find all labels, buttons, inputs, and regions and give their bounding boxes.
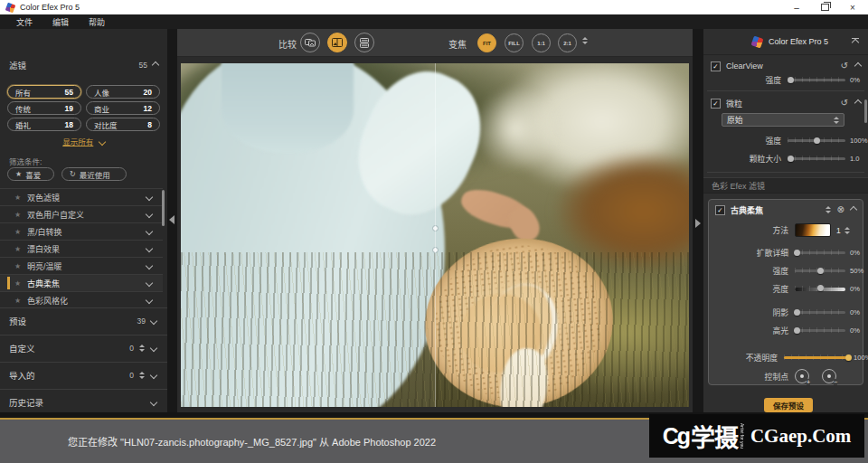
compare-split-line[interactable]: [435, 63, 436, 407]
chevron-up-icon[interactable]: [854, 62, 862, 70]
star-icon[interactable]: ★: [14, 297, 27, 305]
filter-strength-slider[interactable]: [795, 269, 845, 272]
filter-item-bicolor[interactable]: ★ 双色滤镜: [0, 189, 163, 206]
menu-edit[interactable]: 编辑: [49, 16, 72, 28]
remove-control-point-button[interactable]: −: [822, 369, 836, 383]
filter-item-color-stylizer[interactable]: ★ 色彩风格化: [0, 292, 163, 307]
method-stepper-icon[interactable]: [844, 227, 850, 234]
strength-value: 50%: [845, 267, 863, 275]
compare-side-by-side-button[interactable]: [300, 33, 320, 52]
grain-strength-slider[interactable]: [788, 139, 845, 142]
category-wedding-button[interactable]: 婚礼 18: [7, 118, 81, 131]
category-all-button[interactable]: 所有 55: [7, 85, 81, 99]
right-collapse-strip: [693, 29, 703, 412]
reset-icon[interactable]: ↺: [841, 99, 848, 108]
category-count: 12: [144, 104, 152, 113]
star-icon[interactable]: ★: [14, 211, 27, 219]
remove-filter-icon[interactable]: ⊗: [837, 205, 844, 214]
compare-stacked-button[interactable]: [354, 33, 374, 52]
favorites-filter-button[interactable]: ★ 喜爱: [7, 167, 54, 181]
chevron-up-icon[interactable]: [850, 206, 857, 213]
add-control-point-button[interactable]: +: [795, 369, 809, 383]
filter-item-label: 古典柔焦: [27, 278, 60, 289]
title-bar: Color Efex Pro 5 – ×: [0, 0, 868, 14]
filter-item-bw-conversion[interactable]: ★ 黑/白转换: [0, 223, 163, 241]
filter-item-classical-soft-focus[interactable]: ★ 古典柔焦: [0, 275, 163, 292]
minimize-button[interactable]: –: [783, 0, 810, 14]
zoom-fit-button[interactable]: FIT: [477, 33, 496, 52]
star-icon[interactable]: ★: [14, 228, 27, 236]
custom-label: 自定义: [9, 342, 35, 354]
filter-item-bleach-bypass[interactable]: ★ 漂白效果: [0, 241, 163, 258]
zoom-stepper-icon[interactable]: [582, 37, 588, 44]
shadows-slider[interactable]: [795, 311, 845, 314]
reset-icon[interactable]: ↺: [841, 61, 848, 71]
filters-header[interactable]: 滤镜 55: [0, 58, 167, 72]
opacity-slider[interactable]: [784, 356, 849, 359]
restore-button[interactable]: [811, 0, 838, 14]
preview-toolbar: 比较 变焦 FIT FILL 1:1: [177, 29, 693, 57]
star-icon[interactable]: ★: [14, 262, 27, 270]
collapse-all-icon[interactable]: [852, 38, 859, 45]
zoom-fill-button[interactable]: FILL: [505, 33, 524, 52]
collapse-right-panel-handle[interactable]: [695, 219, 701, 228]
app-logo-icon: [5, 2, 16, 13]
opacity-label: 不透明度: [709, 352, 784, 364]
brightness-slider[interactable]: [795, 288, 845, 291]
image-preview[interactable]: [181, 63, 689, 407]
clearview-strength-slider[interactable]: [788, 79, 845, 81]
chevron-down-icon: [146, 194, 153, 201]
star-icon[interactable]: ★: [14, 245, 27, 253]
show-all-link[interactable]: 显示所有: [0, 136, 167, 146]
highlights-slider[interactable]: [795, 329, 845, 332]
filter-reorder-stepper-icon[interactable]: [826, 206, 831, 213]
method-value: 1: [836, 226, 841, 235]
close-button[interactable]: ×: [839, 0, 866, 14]
menu-help[interactable]: 帮助: [85, 16, 108, 28]
category-classic-button[interactable]: 传统 19: [7, 101, 81, 115]
category-count: 20: [144, 88, 152, 97]
highlights-value: 0%: [845, 326, 860, 335]
category-portrait-button[interactable]: 人像 20: [86, 85, 160, 99]
star-icon[interactable]: ★: [14, 194, 27, 202]
stepper-icon[interactable]: [139, 372, 145, 379]
grain-preset-dropdown[interactable]: 原始: [722, 113, 844, 127]
filter-item-bicolor-custom[interactable]: ★ 双色用户自定义: [0, 206, 163, 223]
star-icon: ★: [15, 170, 22, 178]
presets-section-header[interactable]: 预设 39: [0, 307, 167, 333]
chevron-down-icon: [146, 228, 153, 235]
grain-checkbox[interactable]: ✓: [711, 99, 721, 109]
chevron-up-icon[interactable]: [854, 99, 862, 107]
plus-icon: +: [807, 379, 810, 385]
control-points-row: 控制点 + −: [709, 368, 863, 384]
grain-size-row: 颗粒大小 1.0: [703, 153, 868, 165]
zoom-2-1-button[interactable]: 2:1: [558, 33, 577, 52]
collapse-left-panel-handle[interactable]: [169, 215, 175, 224]
filter-list-scrollbar[interactable]: [162, 190, 165, 226]
method-preview-thumbnail[interactable]: [795, 223, 831, 237]
history-section-header[interactable]: 历史记录: [0, 389, 167, 414]
compare-split-button[interactable]: [327, 33, 347, 52]
right-panel-scrollbar[interactable]: [864, 99, 867, 123]
menu-file[interactable]: 文件: [13, 16, 36, 28]
imported-section-header[interactable]: 导入的 0: [0, 362, 167, 387]
clearview-checkbox[interactable]: ✓: [711, 61, 721, 71]
highlights-row: 高光 0%: [709, 325, 863, 336]
strength-value: 0%: [845, 76, 860, 84]
custom-section-header[interactable]: 自定义 0: [0, 335, 167, 360]
diffuse-detail-slider[interactable]: [795, 251, 845, 254]
category-contrast-button[interactable]: 对比度 8: [86, 118, 160, 131]
filter-enabled-checkbox[interactable]: ✓: [715, 205, 725, 215]
grain-size-label: 颗粒大小: [703, 153, 788, 165]
grain-size-slider[interactable]: [788, 157, 845, 160]
stepper-icon: [834, 117, 839, 124]
zoom-1-1-button[interactable]: 1:1: [532, 33, 551, 52]
star-icon[interactable]: ★: [14, 279, 27, 288]
filters-header-label: 滤镜: [9, 59, 26, 71]
recent-filter-button[interactable]: ↻ 最近使用: [61, 167, 127, 181]
stepper-icon[interactable]: [139, 345, 145, 352]
category-commercial-button[interactable]: 商业 12: [86, 101, 160, 115]
classical-soft-focus-block: ✓ 古典柔焦 ⊗ 方法 1 扩散详细 0% 强度 50% 亮度: [708, 199, 863, 385]
save-preset-button[interactable]: 保存预设: [764, 398, 813, 412]
filter-item-brilliance-warmth[interactable]: ★ 明亮/温暖: [0, 258, 163, 275]
